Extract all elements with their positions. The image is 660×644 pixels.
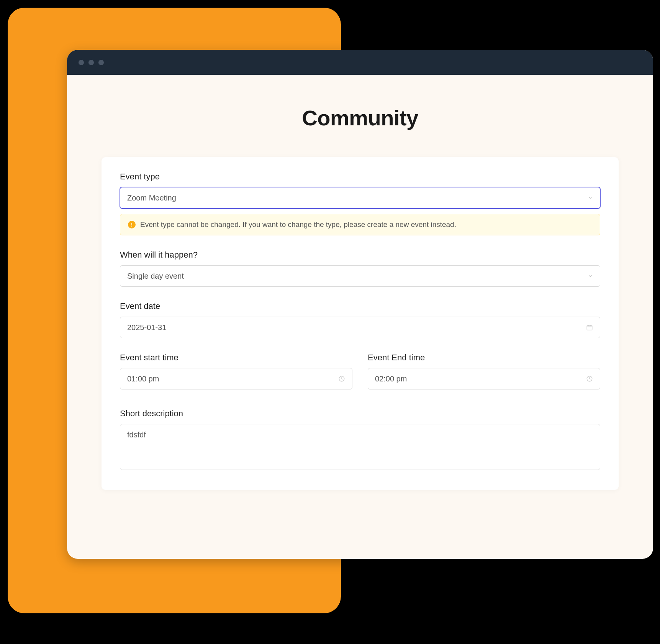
short-desc-label: Short description xyxy=(120,409,600,419)
when-select[interactable]: Single day event xyxy=(120,265,600,287)
start-time-value: 01:00 pm xyxy=(127,375,159,383)
when-value: Single day event xyxy=(127,272,184,281)
event-type-select[interactable]: Zoom Meeting xyxy=(120,187,600,209)
traffic-light-dot[interactable] xyxy=(88,60,94,65)
window-titlebar xyxy=(67,50,653,75)
short-desc-textarea[interactable] xyxy=(120,424,600,470)
svg-rect-0 xyxy=(587,325,592,330)
end-time-value: 02:00 pm xyxy=(375,375,407,383)
traffic-light-dot[interactable] xyxy=(98,60,104,65)
start-time-input[interactable]: 01:00 pm xyxy=(120,368,352,389)
chevron-down-icon xyxy=(588,273,593,279)
page-title: Community xyxy=(67,105,653,130)
chevron-down-icon xyxy=(588,195,593,200)
event-date-label: Event date xyxy=(120,301,600,311)
warning-icon: ! xyxy=(128,221,136,228)
browser-window: Community Event type Zoom Meeting ! Even… xyxy=(67,50,653,559)
event-type-label: Event type xyxy=(120,172,600,182)
warning-text: Event type cannot be changed. If you wan… xyxy=(140,220,456,229)
event-type-value: Zoom Meeting xyxy=(127,194,176,202)
traffic-light-dot[interactable] xyxy=(79,60,84,65)
event-date-value: 2025-01-31 xyxy=(127,323,166,332)
when-label: When will it happen? xyxy=(120,250,600,260)
calendar-icon xyxy=(586,324,593,331)
event-form-card: Event type Zoom Meeting ! Event type can… xyxy=(102,157,619,490)
start-time-label: Event start time xyxy=(120,353,352,363)
clock-icon xyxy=(338,375,345,382)
end-time-label: Event End time xyxy=(368,353,600,363)
clock-icon xyxy=(586,375,593,382)
event-type-warning: ! Event type cannot be changed. If you w… xyxy=(120,214,600,235)
event-date-input[interactable]: 2025-01-31 xyxy=(120,317,600,338)
end-time-input[interactable]: 02:00 pm xyxy=(368,368,600,389)
